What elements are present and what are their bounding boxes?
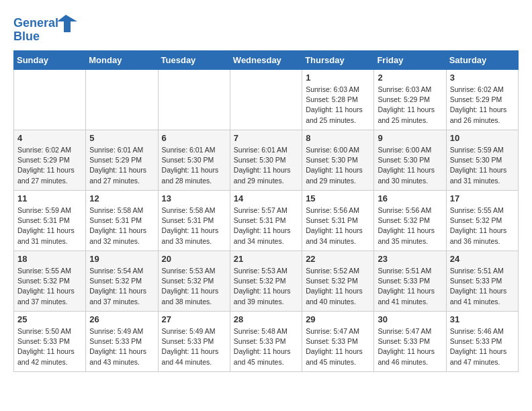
calendar-cell: 30Sunrise: 5:47 AMSunset: 5:33 PMDayligh… bbox=[374, 312, 446, 372]
calendar-cell: 1Sunrise: 6:03 AMSunset: 5:28 PMDaylight… bbox=[302, 70, 374, 130]
day-number: 8 bbox=[306, 133, 370, 143]
calendar-cell: 5Sunrise: 6:01 AMSunset: 5:29 PMDaylight… bbox=[86, 130, 158, 191]
day-number: 4 bbox=[17, 133, 82, 143]
day-info: Sunrise: 5:53 AMSunset: 5:32 PMDaylight:… bbox=[234, 266, 298, 307]
day-info: Sunrise: 5:58 AMSunset: 5:31 PMDaylight:… bbox=[89, 205, 154, 246]
day-number: 17 bbox=[450, 193, 515, 203]
calendar-cell: 19Sunrise: 5:54 AMSunset: 5:32 PMDayligh… bbox=[86, 251, 158, 312]
day-number: 5 bbox=[89, 133, 154, 143]
day-number: 19 bbox=[89, 254, 154, 264]
calendar-cell: 29Sunrise: 5:47 AMSunset: 5:33 PMDayligh… bbox=[302, 312, 374, 372]
day-info: Sunrise: 5:51 AMSunset: 5:33 PMDaylight:… bbox=[378, 266, 442, 307]
day-number: 2 bbox=[378, 73, 442, 83]
calendar-cell: 20Sunrise: 5:53 AMSunset: 5:32 PMDayligh… bbox=[158, 251, 230, 312]
calendar-cell bbox=[86, 70, 158, 130]
day-info: Sunrise: 6:02 AMSunset: 5:29 PMDaylight:… bbox=[17, 145, 82, 186]
svg-text:General: General bbox=[13, 16, 58, 30]
calendar-cell bbox=[230, 70, 302, 130]
calendar-cell: 2Sunrise: 6:03 AMSunset: 5:29 PMDaylight… bbox=[374, 70, 446, 130]
day-number: 25 bbox=[17, 314, 82, 324]
calendar-table: SundayMondayTuesdayWednesdayThursdayFrid… bbox=[13, 50, 519, 372]
day-info: Sunrise: 6:01 AMSunset: 5:30 PMDaylight:… bbox=[162, 145, 226, 186]
day-info: Sunrise: 5:49 AMSunset: 5:33 PMDaylight:… bbox=[162, 326, 226, 367]
calendar-cell: 25Sunrise: 5:50 AMSunset: 5:33 PMDayligh… bbox=[14, 312, 86, 372]
logo: GeneralBlue bbox=[13, 13, 81, 44]
day-info: Sunrise: 5:59 AMSunset: 5:30 PMDaylight:… bbox=[450, 145, 515, 186]
calendar-cell: 28Sunrise: 5:48 AMSunset: 5:33 PMDayligh… bbox=[230, 312, 302, 372]
calendar-body: 1Sunrise: 6:03 AMSunset: 5:28 PMDaylight… bbox=[14, 70, 519, 372]
calendar-cell: 24Sunrise: 5:51 AMSunset: 5:33 PMDayligh… bbox=[446, 251, 518, 312]
day-info: Sunrise: 6:01 AMSunset: 5:29 PMDaylight:… bbox=[89, 145, 154, 186]
calendar-cell bbox=[158, 70, 230, 130]
day-header-wednesday: Wednesday bbox=[230, 51, 302, 70]
day-number: 30 bbox=[378, 314, 442, 324]
day-number: 13 bbox=[162, 193, 226, 203]
logo-svg: GeneralBlue bbox=[13, 13, 81, 44]
day-info: Sunrise: 5:49 AMSunset: 5:33 PMDaylight:… bbox=[89, 326, 154, 367]
day-header-sunday: Sunday bbox=[14, 51, 86, 70]
day-number: 9 bbox=[378, 133, 442, 143]
day-info: Sunrise: 5:58 AMSunset: 5:31 PMDaylight:… bbox=[162, 205, 226, 246]
day-info: Sunrise: 5:55 AMSunset: 5:32 PMDaylight:… bbox=[450, 205, 515, 246]
calendar-week-3: 11Sunrise: 5:59 AMSunset: 5:31 PMDayligh… bbox=[14, 191, 519, 251]
day-header-thursday: Thursday bbox=[302, 51, 374, 70]
calendar-cell: 22Sunrise: 5:52 AMSunset: 5:32 PMDayligh… bbox=[302, 251, 374, 312]
day-info: Sunrise: 5:55 AMSunset: 5:32 PMDaylight:… bbox=[17, 266, 82, 307]
day-info: Sunrise: 5:56 AMSunset: 5:31 PMDaylight:… bbox=[306, 205, 370, 246]
calendar-cell: 27Sunrise: 5:49 AMSunset: 5:33 PMDayligh… bbox=[158, 312, 230, 372]
calendar-cell: 18Sunrise: 5:55 AMSunset: 5:32 PMDayligh… bbox=[14, 251, 86, 312]
calendar-week-4: 18Sunrise: 5:55 AMSunset: 5:32 PMDayligh… bbox=[14, 251, 519, 312]
day-info: Sunrise: 5:48 AMSunset: 5:33 PMDaylight:… bbox=[234, 326, 298, 367]
day-number: 21 bbox=[234, 254, 298, 264]
calendar-cell: 21Sunrise: 5:53 AMSunset: 5:32 PMDayligh… bbox=[230, 251, 302, 312]
calendar-cell: 11Sunrise: 5:59 AMSunset: 5:31 PMDayligh… bbox=[14, 191, 86, 251]
day-header-saturday: Saturday bbox=[446, 51, 518, 70]
day-number: 20 bbox=[162, 254, 226, 264]
day-header-friday: Friday bbox=[374, 51, 446, 70]
day-info: Sunrise: 5:54 AMSunset: 5:32 PMDaylight:… bbox=[89, 266, 154, 307]
calendar-cell: 16Sunrise: 5:56 AMSunset: 5:32 PMDayligh… bbox=[374, 191, 446, 251]
svg-text:Blue: Blue bbox=[13, 30, 40, 43]
calendar-cell: 23Sunrise: 5:51 AMSunset: 5:33 PMDayligh… bbox=[374, 251, 446, 312]
day-number: 24 bbox=[450, 254, 515, 264]
day-number: 28 bbox=[234, 314, 298, 324]
calendar-cell: 14Sunrise: 5:57 AMSunset: 5:31 PMDayligh… bbox=[230, 191, 302, 251]
day-info: Sunrise: 6:01 AMSunset: 5:30 PMDaylight:… bbox=[234, 145, 298, 186]
calendar-week-5: 25Sunrise: 5:50 AMSunset: 5:33 PMDayligh… bbox=[14, 312, 519, 372]
calendar-cell: 13Sunrise: 5:58 AMSunset: 5:31 PMDayligh… bbox=[158, 191, 230, 251]
day-info: Sunrise: 5:52 AMSunset: 5:32 PMDaylight:… bbox=[306, 266, 370, 307]
day-number: 26 bbox=[89, 314, 154, 324]
day-number: 16 bbox=[378, 193, 442, 203]
page-header: GeneralBlue bbox=[13, 13, 519, 44]
day-header-tuesday: Tuesday bbox=[158, 51, 230, 70]
day-number: 7 bbox=[234, 133, 298, 143]
day-info: Sunrise: 5:57 AMSunset: 5:31 PMDaylight:… bbox=[234, 205, 298, 246]
calendar-week-2: 4Sunrise: 6:02 AMSunset: 5:29 PMDaylight… bbox=[14, 130, 519, 191]
day-info: Sunrise: 6:03 AMSunset: 5:28 PMDaylight:… bbox=[306, 85, 370, 126]
day-number: 1 bbox=[306, 73, 370, 83]
day-info: Sunrise: 5:56 AMSunset: 5:32 PMDaylight:… bbox=[378, 205, 442, 246]
calendar-cell: 6Sunrise: 6:01 AMSunset: 5:30 PMDaylight… bbox=[158, 130, 230, 191]
day-info: Sunrise: 5:59 AMSunset: 5:31 PMDaylight:… bbox=[17, 205, 82, 246]
calendar-cell: 26Sunrise: 5:49 AMSunset: 5:33 PMDayligh… bbox=[86, 312, 158, 372]
day-info: Sunrise: 5:46 AMSunset: 5:33 PMDaylight:… bbox=[450, 326, 515, 367]
calendar-cell: 8Sunrise: 6:00 AMSunset: 5:30 PMDaylight… bbox=[302, 130, 374, 191]
calendar-cell: 12Sunrise: 5:58 AMSunset: 5:31 PMDayligh… bbox=[86, 191, 158, 251]
day-number: 31 bbox=[450, 314, 515, 324]
day-number: 14 bbox=[234, 193, 298, 203]
calendar-cell: 4Sunrise: 6:02 AMSunset: 5:29 PMDaylight… bbox=[14, 130, 86, 191]
day-number: 27 bbox=[162, 314, 226, 324]
day-info: Sunrise: 5:51 AMSunset: 5:33 PMDaylight:… bbox=[450, 266, 515, 307]
calendar-cell: 15Sunrise: 5:56 AMSunset: 5:31 PMDayligh… bbox=[302, 191, 374, 251]
day-info: Sunrise: 6:00 AMSunset: 5:30 PMDaylight:… bbox=[306, 145, 370, 186]
day-number: 23 bbox=[378, 254, 442, 264]
calendar-header-row: SundayMondayTuesdayWednesdayThursdayFrid… bbox=[14, 51, 519, 70]
day-info: Sunrise: 5:47 AMSunset: 5:33 PMDaylight:… bbox=[306, 326, 370, 367]
day-header-monday: Monday bbox=[86, 51, 158, 70]
calendar-cell: 7Sunrise: 6:01 AMSunset: 5:30 PMDaylight… bbox=[230, 130, 302, 191]
day-number: 29 bbox=[306, 314, 370, 324]
day-info: Sunrise: 6:00 AMSunset: 5:30 PMDaylight:… bbox=[378, 145, 442, 186]
day-number: 3 bbox=[450, 73, 515, 83]
svg-marker-2 bbox=[57, 15, 77, 32]
calendar-cell: 3Sunrise: 6:02 AMSunset: 5:29 PMDaylight… bbox=[446, 70, 518, 130]
